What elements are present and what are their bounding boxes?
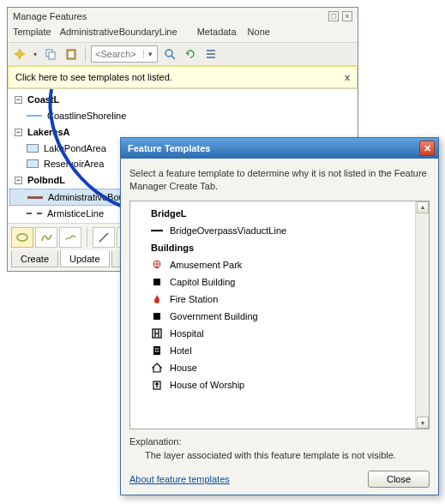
worship-icon <box>151 379 163 391</box>
line-symbol-icon <box>27 196 43 199</box>
tree-group-coastl[interactable]: − CoastL <box>8 91 358 108</box>
list-item[interactable]: House <box>132 359 413 376</box>
toolbar-separator <box>85 46 86 62</box>
square-black-icon <box>151 310 163 322</box>
tree-item[interactable]: CoastlineShoreline <box>8 108 358 123</box>
window-titlebar: Manage Features □ × <box>8 8 358 25</box>
polygon-symbol-icon <box>27 144 39 153</box>
toolbar-separator <box>87 228 87 247</box>
sparkle-icon <box>14 48 26 60</box>
scroll-down-icon[interactable]: ▾ <box>417 417 429 429</box>
maximize-icon[interactable]: □ <box>328 11 339 21</box>
list-item[interactable]: Hotel <box>132 342 413 359</box>
svg-rect-8 <box>207 50 215 51</box>
freehand-icon <box>64 231 76 243</box>
hint-close-icon[interactable]: x <box>345 72 350 82</box>
scroll-up-icon[interactable]: ▴ <box>417 201 429 213</box>
feature-templates-dialog: Feature Templates ✕ Select a feature tem… <box>120 137 439 495</box>
svg-marker-31 <box>153 363 161 372</box>
list-item[interactable]: Hospital <box>132 325 413 342</box>
close-icon[interactable]: × <box>342 11 352 21</box>
svg-rect-28 <box>158 348 159 350</box>
explanation-label: Explanation: <box>129 436 430 447</box>
collapse-icon[interactable]: − <box>15 96 22 104</box>
svg-rect-10 <box>207 57 215 58</box>
window-title: Manage Features <box>13 11 87 21</box>
line-icon <box>98 231 110 243</box>
scrollbar[interactable]: ▴ ▾ <box>415 201 429 429</box>
list-view-button[interactable] <box>202 45 219 63</box>
fire-icon <box>151 293 163 305</box>
explanation-section: Explanation: The layer associated with t… <box>129 436 430 460</box>
search-box[interactable]: ▾ <box>91 45 158 63</box>
svg-marker-0 <box>15 49 25 59</box>
ellipse-tool-button[interactable] <box>11 227 33 248</box>
tab-update[interactable]: Update <box>60 250 109 267</box>
refresh-button[interactable] <box>182 45 199 63</box>
svg-line-6 <box>171 56 175 59</box>
explanation-text: The layer associated with this feature t… <box>129 447 430 460</box>
hospital-icon <box>151 327 163 339</box>
list-icon <box>205 48 217 60</box>
collapse-icon[interactable]: − <box>15 129 22 136</box>
line-symbol-icon <box>27 213 42 214</box>
list-item[interactable]: Government Building <box>132 308 413 325</box>
bridge-line-icon <box>151 225 163 237</box>
svg-rect-9 <box>207 53 215 55</box>
find-button[interactable] <box>161 45 178 63</box>
new-template-button[interactable] <box>11 45 28 63</box>
refresh-icon <box>184 48 196 60</box>
svg-rect-30 <box>158 351 159 352</box>
list-item[interactable]: Capitol Building <box>132 273 413 291</box>
ferris-icon <box>151 259 163 271</box>
list-group: BridgeL <box>132 205 413 222</box>
list-item[interactable]: Amusement Park <box>132 256 413 273</box>
hint-text: Click here to see templates not listed. <box>15 72 172 82</box>
svg-point-11 <box>17 234 27 241</box>
svg-rect-29 <box>155 351 157 352</box>
dialog-titlebar[interactable]: Feature Templates ✕ <box>121 138 438 159</box>
svg-rect-4 <box>69 51 74 57</box>
paste-button[interactable] <box>63 45 80 63</box>
line-symbol-icon <box>27 115 42 117</box>
new-template-dropdown[interactable]: ▾ <box>32 51 39 58</box>
svg-rect-21 <box>153 313 160 320</box>
house-icon <box>151 362 163 374</box>
svg-rect-27 <box>155 348 157 350</box>
magnifier-icon <box>164 48 176 60</box>
tab-create[interactable]: Create <box>11 251 58 267</box>
search-dropdown[interactable]: ▾ <box>143 50 157 58</box>
svg-point-5 <box>165 50 172 57</box>
hint-bar[interactable]: Click here to see templates not listed. … <box>8 66 358 88</box>
svg-line-12 <box>99 233 108 242</box>
ellipse-icon <box>16 231 28 243</box>
list-item[interactable]: House of Worship <box>132 376 413 393</box>
dialog-close-button[interactable]: ✕ <box>419 141 435 156</box>
curve-tool-button[interactable] <box>35 227 57 248</box>
toolbar: ▾ ▾ <box>8 42 358 66</box>
copy-icon <box>45 48 57 60</box>
metadata-label: Metadata None <box>197 27 279 37</box>
list-group: Buildings <box>132 239 413 256</box>
curve-icon <box>40 231 52 243</box>
copy-button[interactable] <box>42 45 59 63</box>
svg-rect-26 <box>153 346 160 355</box>
window-subtitle: TemplateAdministrativeBoundaryLine Metad… <box>8 25 358 42</box>
search-input[interactable] <box>92 49 143 59</box>
dialog-title: Feature Templates <box>128 143 210 153</box>
hotel-icon <box>151 345 163 357</box>
collapse-icon[interactable]: − <box>15 177 22 184</box>
list-item[interactable]: BridgeOverpassViaductLine <box>132 222 413 239</box>
about-link[interactable]: About feature templates <box>129 474 230 484</box>
template-list: BridgeL BridgeOverpassViaductLine Buildi… <box>129 201 430 429</box>
svg-rect-20 <box>153 279 160 285</box>
close-button[interactable]: Close <box>368 471 430 488</box>
square-black-icon <box>151 276 163 288</box>
svg-rect-2 <box>49 52 55 59</box>
polygon-symbol-icon <box>27 159 39 168</box>
template-label: TemplateAdministrativeBoundaryLine <box>13 27 186 37</box>
clipboard-icon <box>65 48 77 60</box>
line-tool-button[interactable] <box>93 227 115 248</box>
freehand-tool-button[interactable] <box>59 227 81 248</box>
list-item[interactable]: Fire Station <box>132 291 413 308</box>
